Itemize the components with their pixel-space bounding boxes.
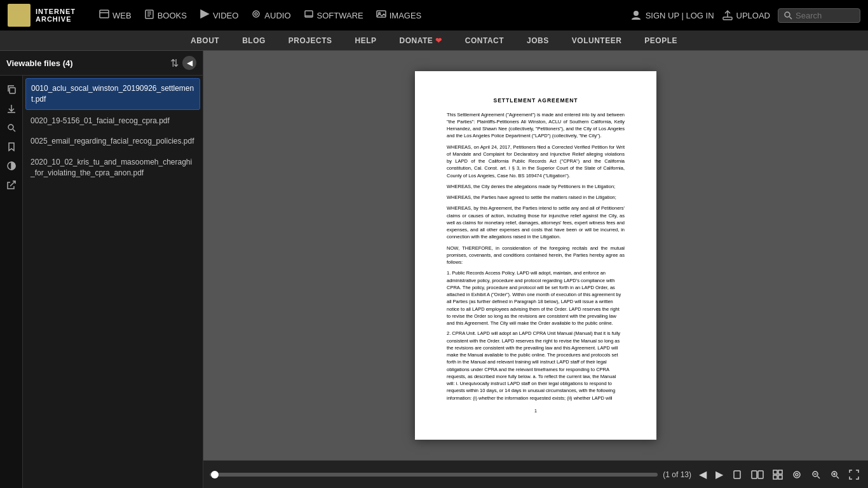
search-box[interactable] (778, 8, 860, 23)
svg-rect-22 (10, 88, 15, 93)
logo-icon (8, 4, 31, 27)
svg-line-25 (13, 130, 16, 132)
nav-item-software[interactable]: SOFTWARE (299, 6, 369, 24)
sidebar-download-icon[interactable] (3, 100, 20, 118)
nav-about[interactable]: ABOUT (188, 36, 222, 45)
svg-rect-33 (773, 475, 777, 479)
page-number: 1 (447, 408, 625, 415)
main-nav-items: WEB BOOKS VIDEO (94, 6, 620, 24)
nav-web-label: WEB (112, 11, 132, 20)
progress-bar[interactable] (210, 473, 658, 477)
svg-point-24 (8, 125, 13, 130)
logo-line1: INTERNET (36, 8, 76, 15)
document-paragraph: NOW, THEREFORE, in consideration of the … (447, 245, 625, 266)
single-page-button[interactable] (729, 468, 745, 481)
back-button[interactable]: ◀ (182, 56, 196, 70)
search-icon (783, 11, 792, 20)
next-page-button[interactable]: ▶ (713, 467, 726, 482)
sidebar-bookmark-icon[interactable] (3, 138, 20, 156)
sidebar-copy-icon[interactable] (3, 81, 20, 98)
document-title: SETTLEMENT AGREEMENT (447, 97, 625, 105)
nav-people[interactable]: PEOPLE (642, 36, 680, 45)
sidebar-share-icon[interactable] (3, 176, 20, 194)
viewer-content: SETTLEMENT AGREEMENT This Settlement Agr… (203, 51, 868, 460)
sign-in-label: SIGN UP | LOG IN (646, 11, 714, 20)
svg-point-35 (794, 471, 800, 478)
document-section: 1. Public Records Access Policy. LAPD wi… (447, 269, 625, 327)
nav-images-label: IMAGES (390, 11, 422, 20)
list-item[interactable]: 0025_email_regarding_facial_recog_polici… (25, 132, 200, 151)
sign-in-button[interactable]: SIGN UP | LOG IN (630, 10, 714, 21)
sidebar-header: Viewable files (4) ⇅ ◀ (0, 51, 203, 76)
svg-rect-4 (13, 18, 20, 19)
svg-point-13 (255, 13, 257, 15)
document-page: SETTLEMENT AGREEMENT This Settlement Agr… (415, 71, 656, 440)
zoom-in-button[interactable] (827, 468, 843, 481)
nav-projects[interactable]: PROJECTS (286, 36, 335, 45)
file-name: 0025_email_regarding_facial_recog_polici… (31, 137, 194, 146)
svg-rect-5 (100, 10, 109, 18)
list-item[interactable]: 0020_19-5156_01_facial_recog_cpra.pdf (25, 111, 200, 131)
search-input[interactable] (796, 11, 853, 20)
svg-line-27 (10, 181, 15, 186)
list-item[interactable]: 2020_10_02_kris_tu_and_masoomeh_cheraghi… (25, 152, 200, 183)
sidebar-body: 0010_aclu_socal_winston_20190926_settlem… (0, 76, 203, 488)
sidebar-icon-panel (0, 76, 23, 488)
nav-help[interactable]: HELP (353, 36, 379, 45)
document-section-content: 1. Public Records Access Policy. LAPD wi… (447, 270, 621, 326)
progress-thumb[interactable] (211, 471, 219, 478)
logo[interactable]: INTERNET ARCHIVE (8, 4, 84, 27)
sidebar-contrast-icon[interactable] (3, 157, 20, 175)
logo-line2: ARCHIVE (36, 15, 76, 23)
upload-button[interactable]: UPLOAD (722, 10, 770, 21)
nav-item-books[interactable]: BOOKS (139, 6, 192, 24)
double-page-button[interactable] (749, 468, 766, 481)
web-icon (99, 9, 109, 22)
page-indicator: (1 of 13) (663, 470, 691, 479)
viewer-control-buttons: ◀ ▶ (696, 467, 862, 482)
fullscreen-button[interactable] (846, 468, 862, 481)
file-name: 0020_19-5156_01_facial_recog_cpra.pdf (31, 116, 170, 125)
nav-contact[interactable]: CONTACT (463, 36, 506, 45)
svg-rect-32 (778, 470, 782, 474)
document-section-sub: i. Unequivocally instruct LAPD staff on … (447, 381, 615, 401)
list-item[interactable]: 0010_aclu_socal_winston_20190926_settlem… (25, 78, 200, 110)
nav-donate[interactable]: DONATE ❤ (397, 36, 445, 45)
svg-point-12 (253, 11, 259, 17)
svg-line-38 (818, 476, 820, 478)
document-paragraph: WHEREAS, on April 24, 2017, Petitioners … (447, 144, 625, 179)
nav-item-web[interactable]: WEB (94, 6, 137, 24)
donate-heart-icon: ❤ (435, 36, 442, 45)
svg-rect-34 (778, 475, 782, 479)
sort-button[interactable]: ⇅ (170, 57, 179, 69)
main-content: Viewable files (4) ⇅ ◀ (0, 51, 868, 488)
grid-view-button[interactable] (770, 468, 785, 481)
document-paragraph: WHEREAS, by this Agreement, the Parties … (447, 205, 625, 240)
sidebar-search-icon[interactable] (3, 119, 20, 137)
nav-volunteer[interactable]: VOLUNTEER (569, 36, 625, 45)
nav-jobs[interactable]: JOBS (524, 36, 552, 45)
nav-audio-label: AUDIO (264, 11, 290, 20)
sidebar: Viewable files (4) ⇅ ◀ (0, 51, 203, 488)
nav-blog[interactable]: BLOG (240, 36, 268, 45)
upload-label: UPLOAD (736, 11, 770, 20)
nav-item-images[interactable]: IMAGES (371, 6, 427, 24)
nav-software-label: SOFTWARE (317, 11, 363, 20)
svg-point-20 (785, 12, 790, 17)
audio-button[interactable] (789, 468, 804, 481)
zoom-out-button[interactable] (808, 468, 824, 481)
svg-rect-31 (773, 470, 777, 474)
svg-marker-11 (201, 10, 208, 18)
svg-point-18 (634, 11, 639, 16)
svg-rect-19 (723, 17, 732, 20)
file-name: 2020_10_02_kris_tu_and_masoomeh_cheraghi… (31, 158, 192, 177)
nav-item-audio[interactable]: AUDIO (246, 6, 295, 24)
document-viewer: SETTLEMENT AGREEMENT This Settlement Agr… (203, 51, 868, 488)
nav-item-video[interactable]: VIDEO (194, 6, 243, 24)
svg-line-41 (837, 476, 839, 478)
nav-video-label: VIDEO (213, 11, 238, 20)
svg-rect-3 (13, 15, 25, 17)
nav-right-controls: SIGN UP | LOG IN UPLOAD (630, 8, 860, 23)
document-paragraph: This Settlement Agreement ("Agreement") … (447, 111, 625, 140)
prev-page-button[interactable]: ◀ (696, 467, 709, 482)
